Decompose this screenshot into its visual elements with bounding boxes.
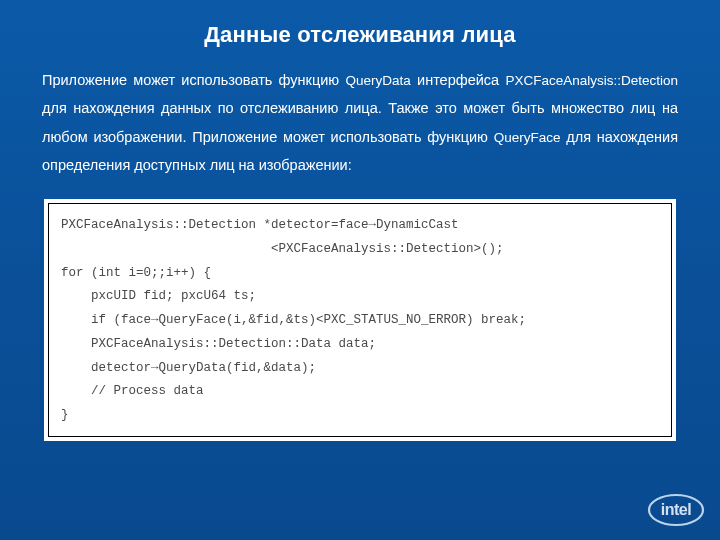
api-name-querydata: QueryData [346,73,411,88]
text-fragment: Приложение может использовать функцию [42,72,346,88]
code-container: PXCFaceAnalysis::Detection *detector=fac… [44,199,676,441]
slide: Данные отслеживания лица Приложение може… [0,0,720,441]
logo-text: intel [661,501,691,518]
slide-title: Данные отслеживания лица [42,22,678,48]
slide-paragraph: Приложение может использовать функцию Qu… [42,66,678,179]
api-name-detection: PXCFaceAnalysis::Detection [505,73,678,88]
text-fragment: интерфейса [411,72,506,88]
api-name-queryface: QueryFace [494,130,561,145]
code-block: PXCFaceAnalysis::Detection *detector=fac… [48,203,672,437]
intel-logo-icon: intel [646,490,706,530]
